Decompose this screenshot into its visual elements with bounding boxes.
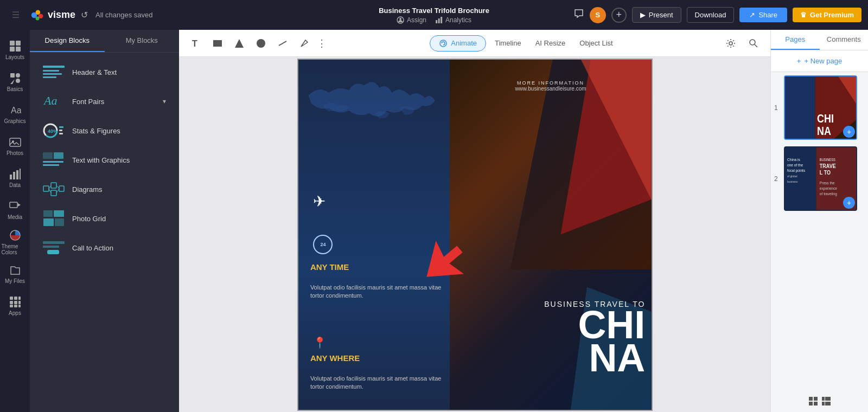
logo-text: visme xyxy=(48,9,75,21)
menu-button[interactable]: ☰ xyxy=(7,6,25,24)
more-tools-button[interactable]: ⋮ xyxy=(317,37,327,49)
sidebar-item-apps[interactable]: Apps xyxy=(2,291,29,321)
svg-point-71 xyxy=(440,40,446,47)
svg-rect-67 xyxy=(213,40,222,47)
sidebar-item-media[interactable]: Media xyxy=(2,195,29,225)
line-tool-button[interactable] xyxy=(273,34,292,53)
block-item-cta[interactable]: Call to Action xyxy=(34,234,175,262)
rectangle-tool-button[interactable] xyxy=(208,34,227,53)
graphics-label: Graphics xyxy=(4,118,25,124)
tab-my-blocks[interactable]: My Blocks xyxy=(105,30,180,52)
block-item-text-graphics[interactable]: Text with Graphics xyxy=(34,146,175,174)
panel-content: Header & Text Aa Font Pairs ▾ 40% Stats … xyxy=(30,53,179,412)
svg-rect-49 xyxy=(43,161,63,163)
topnav-right: S + ▶ Present Download ↗ Share ♛ Get Pre… xyxy=(573,7,861,23)
layouts-label: Layouts xyxy=(5,54,24,60)
svg-text:Aa: Aa xyxy=(43,94,57,107)
triangle-icon xyxy=(234,38,245,49)
sidebar-item-my-files[interactable]: My Files xyxy=(2,259,29,289)
search-button[interactable] xyxy=(744,34,763,53)
add-after-page-2-button[interactable]: + xyxy=(843,197,855,209)
canvas-area[interactable]: ✈ 24 ANY TIME Volutpat odio facilisis ma… xyxy=(179,57,770,412)
page-view-buttons xyxy=(771,392,868,412)
svg-rect-21 xyxy=(13,172,15,179)
main-area: Layouts Basics Aa Graphics Photos Data M… xyxy=(0,30,868,412)
block-item-diagrams[interactable]: Diagrams xyxy=(34,175,175,203)
svg-point-3 xyxy=(36,16,40,20)
svg-text:one of the: one of the xyxy=(787,162,803,168)
svg-rect-23 xyxy=(20,169,21,179)
pen-icon xyxy=(299,38,310,49)
text-tool-button[interactable]: T xyxy=(187,34,205,53)
svg-rect-37 xyxy=(43,70,59,72)
add-after-page-1-button[interactable]: + xyxy=(843,126,855,138)
svg-rect-13 xyxy=(10,73,15,78)
sidebar-item-data[interactable]: Data xyxy=(2,163,29,193)
premium-button[interactable]: ♛ Get Premium xyxy=(793,8,861,22)
object-list-button[interactable]: Object List xyxy=(574,36,618,50)
svg-rect-24 xyxy=(10,202,17,208)
block-item-font-pairs[interactable]: Aa Font Pairs ▾ xyxy=(34,87,175,115)
plus-icon: + xyxy=(797,57,801,65)
anytime-label: ANY TIME xyxy=(310,262,349,272)
svg-rect-63 xyxy=(43,241,65,244)
svg-marker-68 xyxy=(235,39,244,48)
download-button[interactable]: Download xyxy=(687,7,735,23)
search-icon xyxy=(749,38,758,48)
svg-rect-31 xyxy=(14,301,17,304)
add-collaborator-button[interactable]: + xyxy=(611,8,627,23)
svg-rect-100 xyxy=(822,397,825,401)
diagrams-label: Diagrams xyxy=(72,185,166,194)
svg-rect-20 xyxy=(10,175,12,179)
pen-tool-button[interactable] xyxy=(295,34,314,53)
share-button[interactable]: ↗ Share xyxy=(739,8,787,22)
basics-label: Basics xyxy=(7,86,23,92)
sidebar-item-basics[interactable]: Basics xyxy=(2,67,29,97)
new-page-button[interactable]: + + New page xyxy=(771,50,868,72)
sidebar-item-layouts[interactable]: Layouts xyxy=(2,35,29,65)
block-item-stats[interactable]: 40% Stats & Figures xyxy=(34,117,175,145)
svg-text:Aa: Aa xyxy=(11,106,21,115)
present-button[interactable]: ▶ Present xyxy=(632,7,681,23)
settings-button[interactable] xyxy=(722,34,740,53)
sidebar-item-theme-colors[interactable]: Theme Colors xyxy=(2,227,29,257)
svg-rect-50 xyxy=(43,164,59,166)
svg-marker-25 xyxy=(18,203,21,207)
block-item-header-text[interactable]: Header & Text xyxy=(34,58,175,86)
svg-rect-76 xyxy=(785,76,815,139)
diagrams-icon xyxy=(43,181,65,198)
svg-rect-99 xyxy=(814,402,818,405)
assign-button[interactable]: Assign xyxy=(397,16,426,24)
font-pairs-label: Font Pairs xyxy=(72,98,155,106)
analytics-button[interactable]: Analytics xyxy=(435,16,471,24)
ai-resize-button[interactable]: AI Resize xyxy=(530,36,571,50)
undo-icon[interactable]: ↺ xyxy=(81,10,88,20)
sidebar-item-photos[interactable]: Photos xyxy=(2,131,29,161)
sidebar-item-graphics[interactable]: Aa Graphics xyxy=(2,99,29,129)
text-icon: T xyxy=(190,38,201,49)
svg-rect-46 xyxy=(59,133,63,134)
brochure-canvas[interactable]: ✈ 24 ANY TIME Volutpat odio facilisis ma… xyxy=(297,59,653,411)
canvas-inner: ✈ 24 ANY TIME Volutpat odio facilisis ma… xyxy=(190,59,760,411)
stats-icon: 40% xyxy=(43,122,65,139)
svg-rect-64 xyxy=(43,246,59,248)
tab-pages[interactable]: Pages xyxy=(771,30,820,50)
tab-comments[interactable]: Comments xyxy=(820,30,869,50)
animate-button[interactable]: Animate xyxy=(430,35,486,52)
list-view-button[interactable] xyxy=(822,397,831,408)
theme-colors-icon xyxy=(9,229,21,241)
svg-rect-103 xyxy=(822,402,825,405)
timeline-button[interactable]: Timeline xyxy=(489,36,527,50)
svg-rect-27 xyxy=(10,297,13,300)
user-avatar[interactable]: S xyxy=(590,7,606,23)
tab-design-blocks[interactable]: Design Blocks xyxy=(30,30,105,52)
comments-button[interactable] xyxy=(573,8,584,22)
circle-tool-button[interactable] xyxy=(252,34,270,53)
block-item-photo-grid[interactable]: Photo Grid xyxy=(34,204,175,233)
svg-marker-15 xyxy=(10,79,15,84)
header-text-label: Header & Text xyxy=(72,68,166,76)
svg-text:China is: China is xyxy=(787,157,800,162)
toolbar-center: Animate Timeline AI Resize Object List xyxy=(430,35,618,52)
triangle-tool-button[interactable] xyxy=(230,34,248,53)
grid-view-button[interactable] xyxy=(809,397,818,408)
